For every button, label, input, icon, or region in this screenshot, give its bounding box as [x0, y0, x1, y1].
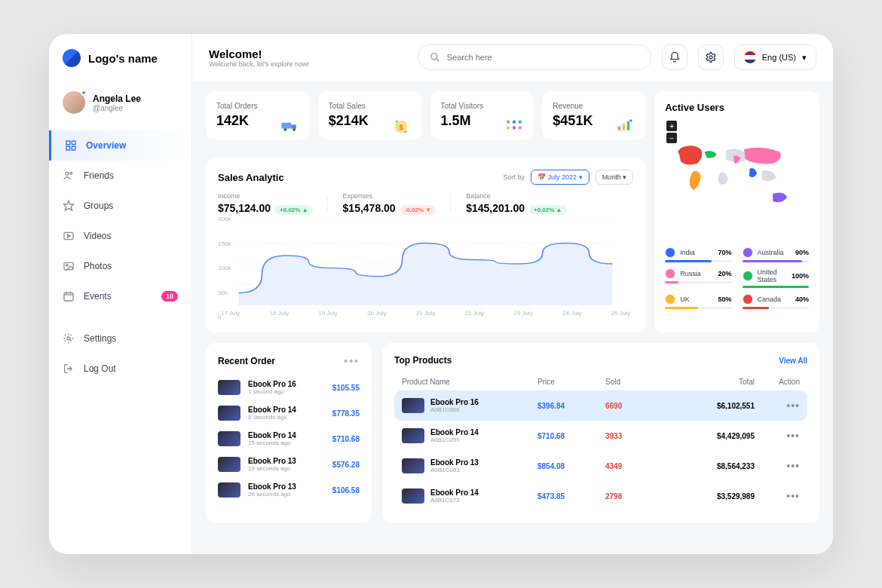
svg-point-34 [629, 119, 632, 121]
recent-more-button[interactable]: ••• [344, 355, 360, 367]
sidebar-item-photos[interactable]: Photos [49, 251, 191, 281]
order-name: Ebook Pro 14 [248, 431, 325, 439]
metric-value: $15,478.00 [343, 202, 396, 214]
profile[interactable]: Angela Lee @anglee [49, 81, 191, 124]
sort-label: Sort by [504, 173, 525, 181]
period-select[interactable]: 📅 July 2022 ▾ [531, 170, 590, 185]
product-thumb [402, 458, 424, 473]
svg-text:$: $ [399, 124, 403, 131]
brand-row: Logo's name [49, 49, 191, 81]
user-name: Angela Lee [93, 93, 141, 104]
recent-orders-panel: Recent Order••• Ebook Pro 161 second ago… [206, 343, 372, 523]
order-time: 15 seconds ago [248, 439, 325, 446]
friends-icon [63, 170, 75, 182]
stat-icon [280, 118, 300, 132]
chevron-down-icon: ▾ [802, 53, 807, 63]
country-row: Canada40% [743, 294, 809, 309]
svg-point-15 [67, 337, 70, 340]
zoom-out-button[interactable]: − [666, 133, 677, 143]
svg-point-29 [513, 126, 516, 129]
language-label: Eng (US) [762, 53, 796, 62]
notifications-button[interactable] [662, 44, 688, 70]
stat-card-0: Total Orders142K [206, 91, 309, 139]
svg-line-17 [436, 59, 439, 62]
order-row[interactable]: Ebook Pro 148 seconds ago$778.35 [218, 400, 360, 426]
flag-us-icon [744, 51, 756, 63]
metric-value: $145,201.00 [466, 202, 525, 214]
logout-icon [63, 363, 75, 375]
product-thumb [218, 380, 240, 395]
sidebar-item-videos[interactable]: Videos [49, 221, 191, 251]
logo-icon [63, 49, 81, 67]
language-select[interactable]: Eng (US) ▾ [734, 44, 816, 70]
search-box[interactable] [418, 44, 651, 70]
country-pct: 50% [718, 296, 732, 303]
product-thumb [218, 457, 240, 472]
flag-icon [665, 268, 675, 279]
flag-icon [743, 294, 753, 305]
country-name: Russia [680, 270, 713, 277]
metric-key: Expenses [343, 192, 436, 200]
product-row[interactable]: Ebook Pro 14A0B1C073$473.852798$3,529,98… [394, 481, 807, 511]
stat-label: Total Visitors [441, 102, 523, 110]
product-action-button[interactable]: ••• [755, 430, 800, 442]
order-time: 8 seconds ago [248, 414, 325, 421]
zoom-in-button[interactable]: + [666, 121, 677, 131]
stat-card-3: Revenue$451K [542, 91, 645, 139]
product-price: $473.85 [537, 492, 605, 501]
svg-rect-3 [72, 146, 75, 150]
order-name: Ebook Pro 14 [248, 406, 325, 414]
svg-marker-8 [68, 234, 70, 237]
order-row[interactable]: Ebook Pro 1415 seconds ago$710.68 [218, 426, 360, 452]
sales-chart: 050k100k150k200k17 July18 July19 July20 … [218, 222, 633, 320]
svg-point-25 [507, 121, 510, 124]
events-badge: 10 [161, 291, 178, 302]
country-row: Russia20% [665, 268, 731, 288]
product-thumb [402, 428, 424, 443]
product-total: $6,102,551 [673, 402, 755, 410]
sidebar-item-label: Photos [84, 261, 112, 271]
stat-card-1: Total Sales$214K$ [318, 91, 421, 139]
order-row[interactable]: Ebook Pro 1326 seconds ago$106.58 [218, 477, 360, 503]
sidebar-item-label: Videos [84, 231, 111, 241]
product-row[interactable]: Ebook Pro 16A0B1C066$396.846690$6,102,55… [394, 390, 807, 421]
granularity-select[interactable]: Month ▾ [596, 170, 634, 185]
settings-button[interactable] [698, 44, 724, 70]
svg-point-10 [66, 264, 69, 266]
product-row[interactable]: Ebook Pro 13A0B1C003$854.084349$8,564,23… [394, 451, 807, 481]
stat-label: Revenue [553, 102, 635, 110]
sidebar-item-groups[interactable]: Groups [49, 191, 191, 221]
country-row: Australia90% [743, 247, 809, 262]
product-sold: 3933 [605, 432, 673, 440]
svg-rect-2 [66, 146, 70, 150]
order-name: Ebook Pro 16 [248, 380, 325, 388]
product-action-button[interactable]: ••• [755, 460, 800, 472]
sidebar-item-friends[interactable]: Friends [49, 161, 191, 191]
search-icon [429, 51, 441, 63]
product-row[interactable]: Ebook Pro 14A0B1C055$710.683933$4,429,09… [394, 421, 807, 451]
order-row[interactable]: Ebook Pro 1319 seconds ago$576.28 [218, 452, 360, 477]
search-input[interactable] [447, 53, 640, 62]
country-pct: 20% [718, 270, 732, 277]
product-action-button[interactable]: ••• [755, 400, 800, 412]
svg-point-22 [292, 128, 296, 131]
stat-icon [504, 118, 524, 132]
product-action-button[interactable]: ••• [755, 490, 800, 502]
product-total: $8,564,233 [673, 462, 755, 470]
view-all-link[interactable]: View All [779, 357, 807, 365]
order-row[interactable]: Ebook Pro 161 second ago$105.55 [218, 375, 360, 400]
stat-label: Total Orders [216, 102, 299, 110]
sidebar-item-label: Log Out [84, 363, 116, 374]
sidebar-item-events[interactable]: Events10 [49, 281, 191, 311]
product-thumb [402, 398, 424, 413]
sidebar-item-logout[interactable]: Log Out [49, 354, 191, 384]
sidebar-item-overview[interactable]: Overview [49, 130, 191, 161]
products-title: Top Products [394, 355, 452, 366]
sidebar-item-settings[interactable]: Settings [49, 323, 191, 354]
metric-delta: -0.02% ▼ [400, 205, 436, 215]
flag-icon [743, 247, 753, 258]
product-sku: A0B1C003 [430, 467, 479, 473]
product-name: Ebook Pro 16 [430, 398, 479, 406]
svg-rect-1 [72, 141, 75, 145]
avatar [63, 91, 85, 114]
